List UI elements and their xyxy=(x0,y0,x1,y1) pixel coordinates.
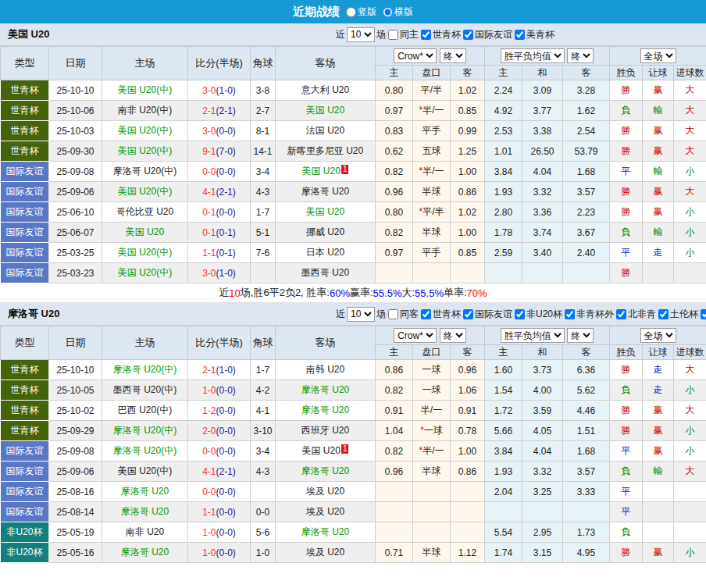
filter-1-3[interactable]: 非U20杯 xyxy=(514,308,562,321)
avg-home-cell: 1.93 xyxy=(485,461,522,482)
avg-draw-cell: 4.00 xyxy=(522,380,563,401)
match-row: 世青杯 25-10-02 巴西 U20(中) 1-2(0-0) 4-1 摩洛哥 … xyxy=(1,401,706,421)
handicap-result-cell: 走 xyxy=(643,380,674,401)
filter-1-2[interactable]: 国际友谊 xyxy=(462,308,512,321)
scope-select[interactable]: 全场 xyxy=(640,328,676,343)
avg-draw-cell xyxy=(522,502,563,522)
filter-checkbox-1-7[interactable] xyxy=(701,309,706,319)
avg-draw-cell: 3.09 xyxy=(522,80,563,101)
score-cell: 1-0(0-0) xyxy=(188,380,251,401)
result-subcol-1: 让球 xyxy=(643,345,674,360)
result-text: 赢 xyxy=(654,445,663,456)
league-badge: 非U20杯 xyxy=(1,543,49,563)
filter-1-1[interactable]: 世青杯 xyxy=(420,308,461,321)
avg-away-cell: 3.33 xyxy=(563,482,610,502)
home-odds-cell: 0.82 xyxy=(376,223,413,243)
recent-count-select[interactable]: 10 xyxy=(347,307,375,322)
filter-label: 同主 xyxy=(400,28,419,41)
column-header-2: 主场 xyxy=(102,47,188,80)
filter-checkbox-1-3[interactable] xyxy=(515,309,525,319)
away-odds-cell: 1.00 xyxy=(451,162,485,182)
filter-bar: 近 10 场 同主 世青杯 国际友谊 美青杯 xyxy=(336,27,554,42)
goals-result-cell: 小 xyxy=(674,243,706,263)
filter-0-0[interactable]: 同主 xyxy=(387,28,419,41)
odds-stage-select[interactable]: 终 xyxy=(440,48,466,63)
filter-checkbox-0-1[interactable] xyxy=(421,30,431,40)
filter-checkbox-1-6[interactable] xyxy=(658,309,669,319)
away-odds-cell: 0.85 xyxy=(451,243,485,263)
avg-type-select[interactable]: 胜平负均值 xyxy=(501,328,565,343)
filter-1-4[interactable]: 非青杯外 xyxy=(564,308,614,321)
handicap-cell xyxy=(413,263,451,283)
red-card-badge: 1 xyxy=(341,444,349,454)
filter-0-1[interactable]: 世青杯 xyxy=(420,28,461,41)
vertical-radio[interactable] xyxy=(346,7,356,17)
layout-option-vertical[interactable]: 竖版 xyxy=(346,5,376,19)
corner-cell: 3-8 xyxy=(251,80,276,101)
scope-select[interactable]: 全场 xyxy=(640,48,676,63)
avg-home-cell: 2.80 xyxy=(485,202,522,223)
league-badge: 世青杯 xyxy=(1,101,49,121)
filter-checkbox-0-2[interactable] xyxy=(463,30,473,40)
wdl-result-cell: 平 xyxy=(610,243,643,263)
wdl-result-cell: 負 xyxy=(610,101,643,121)
home-team-cell: 墨西哥 U20(中) xyxy=(102,380,188,401)
column-header-3: 比分(半场) xyxy=(188,47,251,80)
horizontal-radio[interactable] xyxy=(383,7,393,17)
filter-checkbox-1-4[interactable] xyxy=(565,309,575,319)
odds-company-select[interactable]: Crow* xyxy=(394,328,437,343)
avg-header: 胜平负均值 终 xyxy=(485,47,610,66)
away-team-cell: 挪威 U20 xyxy=(276,223,376,243)
wdl-result-cell: 勝 xyxy=(610,202,643,223)
odds-stage-select[interactable]: 终 xyxy=(440,328,466,343)
home-team-cell: 摩洛哥 U20(中) xyxy=(102,162,188,182)
summary-segment: 场,胜6平2负2, 胜率: xyxy=(241,286,330,300)
handicap-result-cell: 走 xyxy=(643,243,674,263)
avg-away-cell: 3.57 xyxy=(563,461,610,482)
away-team-cell: 新喀里多尼亚 U20 xyxy=(276,141,376,162)
filter-1-6[interactable]: 土伦杯 xyxy=(658,308,698,321)
filter-checkbox-1-1[interactable] xyxy=(421,309,431,319)
avg-draw-cell: 3.15 xyxy=(522,543,563,563)
away-team-cell: 日本 U20 xyxy=(276,243,376,263)
away-odds-cell: 0.99 xyxy=(451,121,485,141)
avg-type-select[interactable]: 胜平负均值 xyxy=(501,48,565,63)
match-row: 国际友谊 25-09-06 美国 U20(中) 4-1(2-1) 4-3 摩洛哥… xyxy=(1,182,706,202)
handicap-result-cell xyxy=(643,522,674,543)
layout-option-horizontal[interactable]: 横版 xyxy=(383,5,413,19)
odds-company-select[interactable]: Crow* xyxy=(394,48,437,63)
avg-subcol-0: 主 xyxy=(485,345,522,360)
filter-checkbox-1-2[interactable] xyxy=(463,309,473,319)
league-badge: 国际友谊 xyxy=(1,223,49,243)
avg-home-cell: 2.53 xyxy=(485,121,522,141)
result-text: 小 xyxy=(686,206,695,217)
avg-draw-cell: 3.77 xyxy=(522,101,563,121)
recent-count-select[interactable]: 10 xyxy=(347,27,375,42)
avg-draw-cell: 2.95 xyxy=(522,522,563,543)
avg-draw-cell: 4.04 xyxy=(522,441,563,461)
page-title: 近期战绩 xyxy=(293,5,340,20)
date-cell: 25-10-10 xyxy=(49,360,102,380)
filter-1-5[interactable]: 北非青 xyxy=(615,308,656,321)
filter-checkbox-1-0[interactable] xyxy=(388,309,398,319)
handicap-result-cell: 赢 xyxy=(643,141,674,162)
match-row: 国际友谊 25-06-10 哥伦比亚 U20 0-1(0-0) 1-7 美国 U… xyxy=(1,202,706,223)
away-team-cell: 摩洛哥 U20 xyxy=(276,401,376,421)
filter-1-0[interactable]: 同客 xyxy=(387,308,419,321)
filter-0-3[interactable]: 美青杯 xyxy=(514,28,554,41)
match-row: 国际友谊 25-08-14 摩洛哥 U20 1-1(0-0) 0-0 埃及 U2… xyxy=(1,502,706,522)
avg-home-cell: 3.84 xyxy=(485,441,522,461)
wdl-result-cell: 勝 xyxy=(610,401,643,421)
filter-1-7[interactable]: 阿拉伯U20 xyxy=(700,308,706,321)
filter-checkbox-0-0[interactable] xyxy=(388,30,398,40)
result-subcol-2: 进球数 xyxy=(674,66,706,80)
date-cell: 25-09-08 xyxy=(49,162,102,182)
avg-stage-select[interactable]: 终 xyxy=(567,328,594,343)
score-cell: 2-0(0-0) xyxy=(188,421,251,441)
handicap-cell: 半球 xyxy=(413,223,451,243)
filter-0-2[interactable]: 国际友谊 xyxy=(462,28,512,41)
filter-checkbox-1-5[interactable] xyxy=(616,309,626,319)
avg-stage-select[interactable]: 终 xyxy=(567,48,594,63)
filter-checkbox-0-3[interactable] xyxy=(515,30,525,40)
away-team-cell: 埃及 U20 xyxy=(276,543,376,563)
